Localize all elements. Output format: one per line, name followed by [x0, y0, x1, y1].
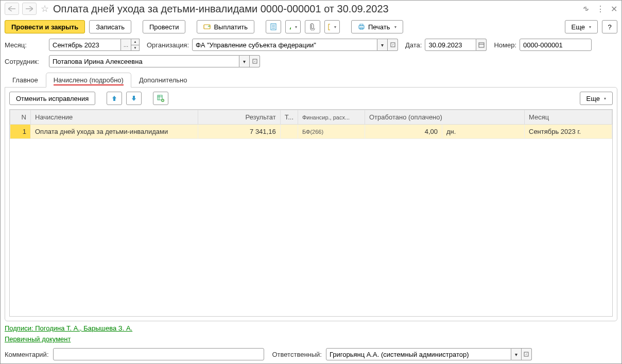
- signatures-link[interactable]: Подписи: Погодина Т. А., Барышева З. А.: [5, 324, 132, 332]
- month-down-button[interactable]: ▼: [131, 45, 139, 51]
- cell-unit: дн.: [442, 125, 525, 139]
- favorite-star-icon[interactable]: ☆: [40, 4, 50, 14]
- print-button[interactable]: Печать ▾: [351, 20, 403, 33]
- col-result-header[interactable]: Результат: [198, 110, 280, 125]
- nav-back-button[interactable]: [5, 3, 19, 15]
- document-icon: [270, 23, 277, 30]
- help-button[interactable]: ?: [602, 20, 617, 33]
- edit-button[interactable]: ▾: [285, 20, 301, 33]
- svg-rect-8: [360, 24, 363, 26]
- date-picker-button[interactable]: [476, 39, 487, 51]
- open-icon: [252, 59, 257, 64]
- kebab-menu-icon[interactable]: ⋮: [596, 4, 604, 14]
- nav-forward-button[interactable]: [22, 3, 37, 15]
- save-button[interactable]: Записать: [89, 20, 131, 33]
- move-up-button[interactable]: [107, 92, 122, 105]
- responsible-label: Ответственный:: [272, 351, 322, 358]
- col-fin-header[interactable]: Финансир., расх...: [298, 110, 365, 125]
- paperclip-icon: [309, 23, 316, 30]
- cell-n: 1: [10, 125, 31, 139]
- employee-input[interactable]: [49, 55, 239, 67]
- open-icon: [524, 352, 529, 357]
- cell-fin: БФ(266): [298, 125, 365, 139]
- move-down-button[interactable]: [126, 92, 142, 105]
- accruals-table: N Начисление Результат Т... Финансир., р…: [10, 110, 612, 139]
- employee-dropdown-button[interactable]: ▾: [239, 55, 250, 67]
- pencil-icon: [289, 23, 291, 30]
- cell-t: [280, 125, 298, 139]
- report-button[interactable]: [266, 20, 281, 33]
- svg-rect-14: [158, 95, 162, 100]
- chevron-down-icon: ▾: [394, 25, 396, 29]
- month-label: Месяц:: [5, 41, 46, 49]
- number-label: Номер:: [494, 41, 516, 49]
- chevron-down-icon: ▾: [295, 25, 297, 29]
- org-open-button[interactable]: [388, 39, 398, 51]
- responsible-open-button[interactable]: [522, 348, 532, 360]
- comment-label: Комментарий:: [5, 351, 49, 358]
- date-input[interactable]: [425, 39, 476, 51]
- month-input[interactable]: [49, 39, 121, 51]
- cell-worked: 4,00: [365, 125, 442, 139]
- col-month-header[interactable]: Месяц: [525, 110, 612, 125]
- chevron-down-icon: ▾: [334, 25, 336, 29]
- chevron-down-icon: ▾: [604, 96, 606, 101]
- panel-more-button[interactable]: Еще ▾: [580, 92, 613, 105]
- col-t-header[interactable]: Т...: [280, 110, 298, 125]
- responsible-dropdown-button[interactable]: ▾: [511, 348, 522, 360]
- calendar-icon: [478, 42, 485, 48]
- responsible-input[interactable]: [326, 348, 511, 360]
- printer-icon: [358, 23, 365, 30]
- chevron-down-icon: ▾: [589, 25, 591, 29]
- arrow-down-blue-icon: [131, 95, 137, 101]
- employee-open-button[interactable]: [250, 55, 260, 67]
- tab-detailed[interactable]: Начислено (подробно): [46, 73, 131, 88]
- arrow-up-blue-icon: [111, 95, 117, 101]
- arrow-left-icon: [8, 6, 15, 11]
- org-label: Организация:: [147, 41, 189, 49]
- month-select-button[interactable]: …: [121, 39, 131, 51]
- attach-button[interactable]: [305, 20, 320, 33]
- svg-rect-11: [479, 43, 484, 47]
- col-n-header[interactable]: N: [10, 110, 31, 125]
- close-icon[interactable]: ✕: [611, 4, 617, 14]
- create-based-button[interactable]: ▾: [324, 20, 340, 33]
- cell-accrual: Оплата дней ухода за детьми-инвалидами: [31, 125, 198, 139]
- org-input[interactable]: [192, 39, 377, 51]
- svg-rect-0: [204, 25, 210, 29]
- post-button[interactable]: Провести: [143, 20, 186, 33]
- col-worked-header[interactable]: Отработано (оплачено): [365, 110, 525, 125]
- org-dropdown-button[interactable]: ▾: [377, 39, 388, 51]
- open-icon: [390, 42, 395, 47]
- number-input[interactable]: [520, 39, 592, 51]
- more-button[interactable]: Еще ▾: [565, 20, 598, 33]
- comment-input[interactable]: [53, 348, 264, 360]
- tab-extra[interactable]: Дополнительно: [131, 73, 195, 88]
- table-plus-icon: [157, 95, 164, 102]
- col-accrual-header[interactable]: Начисление: [31, 110, 198, 125]
- window-title: Оплата дней ухода за детьми-инвалидами 0…: [53, 3, 579, 15]
- create-icon: [328, 23, 330, 30]
- table-row[interactable]: 1 Оплата дней ухода за детьми-инвалидами…: [10, 125, 612, 139]
- link-icon[interactable]: [582, 5, 590, 13]
- tab-main[interactable]: Главное: [5, 73, 46, 88]
- month-up-button[interactable]: ▲: [131, 39, 139, 45]
- svg-rect-5: [329, 24, 330, 30]
- post-and-close-button[interactable]: Провести и закрыть: [5, 20, 85, 33]
- pay-icon: [203, 23, 211, 30]
- table-settings-button[interactable]: [153, 92, 168, 105]
- cell-result: 7 341,16: [198, 125, 280, 139]
- pay-button[interactable]: Выплатить: [197, 20, 254, 33]
- arrow-right-icon: [26, 6, 33, 11]
- cancel-corrections-button[interactable]: Отменить исправления: [9, 92, 95, 105]
- employee-label: Сотрудник:: [5, 58, 46, 65]
- date-label: Дата:: [405, 41, 422, 49]
- primary-doc-link[interactable]: Первичный документ: [5, 335, 71, 343]
- cell-month: Сентябрь 2023 г.: [525, 125, 612, 139]
